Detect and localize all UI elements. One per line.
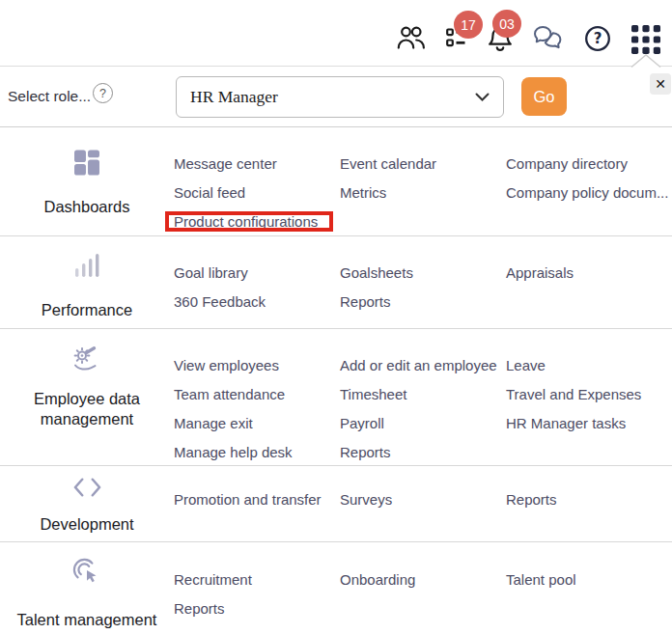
links-column: Goalsheets Reports bbox=[340, 259, 506, 317]
section-dashboards: Dashboards Message center Social feed Pr… bbox=[0, 127, 672, 236]
links-column: Promotion and transfer bbox=[174, 485, 340, 514]
gear-hand-icon bbox=[0, 345, 174, 373]
section-label-development: Development bbox=[0, 514, 174, 535]
go-button[interactable]: Go bbox=[521, 77, 567, 116]
target-click-icon bbox=[0, 558, 174, 587]
chat-icon[interactable] bbox=[534, 25, 564, 50]
menu-link[interactable]: Reports bbox=[340, 288, 506, 317]
notifications-count-badge: 03 bbox=[492, 10, 521, 38]
menu-link[interactable]: View employees bbox=[174, 351, 340, 380]
menu-link[interactable]: Event calendar bbox=[340, 150, 506, 179]
help-icon[interactable]: ? bbox=[584, 25, 611, 52]
links-column: Event calendar Metrics bbox=[340, 150, 506, 207]
top-bar: 17 03 ? bbox=[0, 0, 672, 66]
role-help-icon[interactable]: ? bbox=[93, 83, 113, 103]
tasks-count-badge: 17 bbox=[454, 11, 483, 39]
links-column: Leave Travel and Expenses HR Manager tas… bbox=[506, 351, 672, 438]
role-select-value: HR Manager bbox=[190, 87, 278, 107]
top-bar-icons: 17 03 ? bbox=[397, 25, 660, 54]
close-icon[interactable]: ✕ bbox=[650, 73, 671, 95]
links-column: Reports bbox=[506, 485, 672, 514]
menu-link[interactable]: Social feed bbox=[174, 179, 340, 207]
svg-text:?: ? bbox=[594, 30, 602, 47]
menu-link[interactable]: Goal library bbox=[174, 259, 340, 288]
mega-menu-panel: Select role... ? HR Manager Go ✕ bbox=[0, 66, 672, 634]
menu-link-product-configurations[interactable]: Product configurations bbox=[174, 207, 340, 236]
menu-link[interactable]: Travel and Expenses bbox=[506, 380, 672, 409]
menu-link[interactable]: Timesheet bbox=[340, 380, 506, 409]
section-label-performance: Performance bbox=[0, 300, 174, 320]
section-label-talent-management: Talent management bbox=[0, 610, 174, 630]
menu-link[interactable]: Manage help desk bbox=[174, 438, 340, 467]
links-column: Appraisals bbox=[506, 259, 672, 288]
menu-link[interactable]: Goalsheets bbox=[340, 259, 506, 288]
menu-link[interactable]: Talent pool bbox=[506, 565, 672, 594]
role-selector-row: Select role... ? HR Manager Go ✕ bbox=[0, 67, 672, 127]
section-label-dashboards: Dashboards bbox=[0, 197, 174, 217]
people-icon[interactable] bbox=[397, 25, 426, 50]
links-column: Talent pool bbox=[506, 565, 672, 594]
menu-link[interactable]: Reports bbox=[506, 485, 672, 514]
bar-chart-icon bbox=[0, 252, 174, 279]
menu-link[interactable]: Appraisals bbox=[506, 259, 672, 288]
links-column: Company directory Company policy docum..… bbox=[506, 150, 672, 207]
menu-link[interactable]: Metrics bbox=[340, 179, 506, 207]
menu-link[interactable]: Recruitment bbox=[174, 565, 340, 594]
menu-link[interactable]: Payroll bbox=[340, 409, 506, 438]
section-performance: Performance Goal library 360 Feedback Go… bbox=[0, 236, 672, 329]
links-column: Goal library 360 Feedback bbox=[174, 259, 340, 317]
menu-link[interactable]: Add or edit an employee bbox=[340, 351, 506, 380]
section-development: Development Promotion and transfer Surve… bbox=[0, 466, 672, 542]
menu-link[interactable]: HR Manager tasks bbox=[506, 409, 672, 438]
section-employee-data-management: Employee data management View employees … bbox=[0, 329, 672, 466]
menu-link[interactable]: Reports bbox=[174, 594, 340, 623]
menu-link[interactable]: Manage exit bbox=[174, 409, 340, 438]
app-window: 17 03 ? bbox=[0, 0, 672, 634]
section-talent-management: Talent management Recruitment Reports On… bbox=[0, 542, 672, 634]
tasks-checklist-icon[interactable]: 17 bbox=[446, 25, 466, 49]
menu-link[interactable]: Surveys bbox=[340, 485, 506, 514]
menu-link[interactable]: Team attendance bbox=[174, 380, 340, 409]
links-column: View employees Team attendance Manage ex… bbox=[174, 351, 340, 467]
links-column: Surveys bbox=[340, 485, 506, 514]
menu-link[interactable]: Company policy docum... bbox=[506, 179, 672, 207]
links-column: Message center Social feed Product confi… bbox=[174, 150, 340, 236]
apps-grid-icon[interactable] bbox=[631, 25, 660, 54]
menu-link[interactable]: Reports bbox=[340, 438, 506, 467]
menu-link[interactable]: Company directory bbox=[506, 150, 672, 179]
select-role-label: Select role... bbox=[8, 88, 91, 105]
links-column: Add or edit an employee Timesheet Payrol… bbox=[340, 351, 506, 467]
menu-link[interactable]: Onboarding bbox=[340, 565, 506, 594]
dashboard-icon bbox=[0, 150, 174, 176]
links-column: Recruitment Reports bbox=[174, 565, 340, 623]
section-label-employee-data-management: Employee data management bbox=[14, 389, 159, 429]
bell-icon[interactable]: 03 bbox=[487, 25, 514, 52]
menu-link[interactable]: Promotion and transfer bbox=[174, 485, 340, 514]
links-column: Onboarding bbox=[340, 565, 506, 594]
code-brackets-icon bbox=[0, 477, 174, 498]
menu-link[interactable]: 360 Feedback bbox=[174, 288, 340, 317]
menu-link[interactable]: Leave bbox=[506, 351, 672, 380]
chevron-down-icon bbox=[475, 93, 490, 101]
role-select-dropdown[interactable]: HR Manager bbox=[176, 76, 504, 118]
menu-link[interactable]: Message center bbox=[174, 150, 340, 179]
popup-caret bbox=[630, 53, 662, 68]
